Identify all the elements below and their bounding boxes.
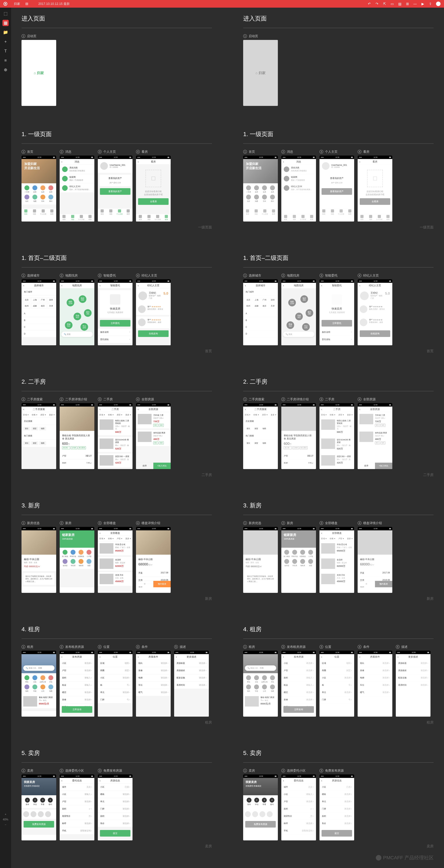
filter-item[interactable]: 价格 ▾	[106, 536, 115, 541]
form-row[interactable]: 朝向请选择 ›	[136, 660, 171, 667]
rent-category[interactable]: 月租	[269, 675, 276, 683]
form-row[interactable]: 称呼请选择 ›	[60, 820, 94, 827]
form-row[interactable]: 小区请选择 ›	[319, 674, 354, 682]
form-row[interactable]: 商圈国贸 ›	[319, 667, 354, 674]
search-tag[interactable]: 国贸	[253, 427, 260, 431]
menu-item[interactable]: 服务说明›	[98, 329, 133, 336]
filter-item[interactable]: 区域 ▾	[98, 412, 106, 417]
primary-button[interactable]: 立即委托	[100, 320, 130, 327]
tab-2[interactable]: 个人主页	[77, 214, 86, 221]
search-tag[interactable]: 朝阳	[39, 427, 46, 431]
form-row[interactable]: 房源描述请选择 ›	[396, 667, 431, 674]
tab-3[interactable]: 看房	[47, 209, 56, 216]
filter-item[interactable]: 房型 ▾	[337, 412, 345, 417]
grid-item[interactable]: 地图	[32, 195, 38, 203]
property-card[interactable]: 华润·昆仑域西城 · 广安门 · 在售95000万	[98, 541, 133, 555]
grid-item[interactable]: 租房	[39, 185, 46, 193]
filter-item[interactable]: 房型 ▾	[261, 412, 269, 417]
map-bubble[interactable]: 通州345	[84, 309, 92, 317]
form-row[interactable]: 户型请选择 ›	[60, 798, 94, 805]
search-tag[interactable]: 望京	[245, 441, 252, 445]
form-row[interactable]: 楼栋请选择 ›	[319, 791, 354, 798]
city-item[interactable]: 南京	[261, 304, 268, 309]
tab-1[interactable]: 消息	[145, 214, 153, 221]
rent-category[interactable]: 学校	[32, 684, 38, 692]
form-row[interactable]: 手机获取验证码 ›	[281, 827, 316, 835]
back-icon[interactable]: ‹	[245, 408, 246, 411]
search-tag[interactable]: 国贸	[31, 441, 38, 445]
cta-button[interactable]: 去看房	[360, 198, 390, 205]
phone-screen[interactable]: ●●●12:30▮▮整租出租 学院路四居室人宿舍 真实房源600万满五唯一近地铁…	[60, 403, 94, 469]
phone-screen[interactable]: ●●●12:30▮▮‹二手房区域 ▾价格 ▾房型 ▾更多 ▾朝阳公园南 三居室精…	[98, 403, 133, 469]
map-search[interactable]: 🔍 搜索	[61, 332, 93, 337]
msg-item[interactable]: 系统消息您的房源已审核通过	[281, 164, 316, 174]
property-card[interactable]: 整租·朝阳门两居75㎡ 南北8500元/月	[22, 694, 56, 708]
back-icon[interactable]: ‹	[321, 532, 322, 535]
view-assets-button[interactable]: 查看我的资产	[100, 188, 130, 195]
rent-category[interactable]: 品牌公寓	[39, 675, 46, 683]
filter-item[interactable]: 更多 ▾	[124, 412, 133, 417]
back-icon[interactable]: ‹	[360, 408, 360, 411]
form-row[interactable]: 楼层请选择 ›	[60, 689, 94, 696]
form-row[interactable]: 租金请输入 ›	[281, 682, 316, 689]
city-item[interactable]: 成都	[31, 304, 38, 309]
back-icon[interactable]: ‹	[100, 655, 100, 658]
tool-list-icon[interactable]: ≡	[2, 57, 9, 64]
rent-category[interactable]: 地铁	[24, 684, 30, 692]
tab-3[interactable]: 看房	[307, 214, 316, 221]
tab-3[interactable]: 看房	[162, 214, 171, 221]
tab-3[interactable]: 看房	[86, 214, 94, 221]
form-row[interactable]: 房源标题请选择 ›	[396, 660, 431, 667]
property-card[interactable]: 国贸CBD 一居室58㎡ · 1室1厅 · 东420万	[98, 454, 133, 467]
view-assets-button[interactable]: 查看我的资产	[321, 188, 352, 195]
tab-2[interactable]: 个人主页	[39, 209, 47, 216]
form-row[interactable]: 售价请选择 ›	[319, 820, 354, 827]
tab-1[interactable]: 消息	[252, 209, 261, 216]
form-row[interactable]: 车位请选择 ›	[357, 682, 392, 689]
fav-button[interactable]: ☆	[136, 581, 153, 587]
filter-item[interactable]: 价格 ▾	[30, 412, 39, 417]
phone-screen[interactable]: ●●●12:30▮▮链家新房100%真房源热门楼盘即将开盘优惠楼盘小户型改善型学…	[60, 527, 94, 593]
phone-screen[interactable]: ●●●12:30▮▮‹全部房源万科城 三居3室2厅 130㎡720万满五地铁保利…	[136, 403, 171, 469]
detail-image[interactable]	[281, 407, 316, 431]
phone-screen[interactable]: ●●●12:30▮▮UserName_001ID: 100086查看我的资产房产…	[98, 156, 133, 221]
minimize-icon[interactable]: —	[413, 2, 417, 6]
form-row[interactable]: 面积请输入 ›	[281, 674, 316, 682]
form-row[interactable]: 楼层请选择 ›	[281, 689, 316, 696]
agent-avatar-icon[interactable]	[260, 811, 265, 817]
layout-icon[interactable]: ⊞	[406, 2, 409, 6]
property-card[interactable]: 万科城 三居3室2厅 130㎡720万满五地铁	[136, 412, 171, 429]
hero-banner[interactable]: 加盟归家开启新生活	[243, 159, 278, 183]
primary-button[interactable]: 立即委托	[321, 320, 352, 327]
rent-category[interactable]: 地铁	[245, 684, 252, 692]
phone-screen[interactable]: ●●●12:30▮▮‹智能委托快速卖房七天成交 先卖后付立即委托服务说明›委托须…	[98, 279, 133, 345]
phone-screen[interactable]: ●●●12:30▮▮‹二手房搜索区域 ▾价格 ▾房型 ▾更多 ▾历史搜索望京国贸…	[22, 403, 56, 469]
rent-category[interactable]: 品牌公寓	[261, 675, 268, 683]
city-item[interactable]: 广州	[39, 298, 46, 302]
rent-category[interactable]: 地图	[269, 684, 276, 692]
map-bubble[interactable]: 海淀856	[300, 295, 308, 303]
form-row[interactable]: 租金请输入 ›	[60, 682, 94, 689]
form-row[interactable]: 暖气请选择 ›	[136, 689, 171, 696]
phone-screen[interactable]: ●●●12:30▮▮‹位置区域朝阳 ›商圈国贸 ›小区请选择 ›栋号 ›单元请选…	[319, 651, 354, 717]
publish-button[interactable]: 免费发布房源	[245, 821, 276, 828]
phone-screen[interactable]: ●●●12:30▮▮融创·中央公园68000元/㎡开盘2017.09交房2019…	[357, 527, 392, 593]
form-row[interactable]: 装修请选择 ›	[60, 696, 94, 704]
phone-screen[interactable]: ●●●12:30▮▮‹更多描述房源标题请选择 ›房源描述请选择 ›配套设施请选择…	[174, 651, 209, 717]
form-row[interactable]: 期望售价万 ›	[281, 813, 316, 820]
filter-item[interactable]: 更多 ▾	[269, 412, 278, 417]
category-item[interactable]: 即将开盘	[292, 550, 298, 558]
back-icon[interactable]: ‹	[100, 532, 100, 535]
map-bubble[interactable]: 丰台678	[302, 323, 310, 331]
phone-screen[interactable]: ●●●12:30▮▮‹看房☐您还没有看房行程去添加想看的房子吧去看房首页消息个人…	[136, 156, 171, 221]
user-avatar-icon[interactable]	[436, 2, 441, 6]
property-card[interactable]: 望京SOHO旁 两居室89㎡ · 2室1厅 · 南520万	[98, 437, 133, 452]
form-row[interactable]: 户型请选择 ›	[60, 667, 94, 674]
map-bubble[interactable]: 丰台678	[80, 323, 88, 331]
phone-screen[interactable]: ●●●12:30▮▮融创·中央公园朝阳 · 东坝 · 在售均价 68000元/㎡…	[22, 527, 56, 593]
search-tag[interactable]: 国贸	[31, 427, 38, 431]
city-item[interactable]: 天津	[47, 304, 55, 309]
category-item[interactable]: 即将开盘	[70, 550, 76, 558]
tab-3[interactable]: 看房	[384, 214, 392, 221]
property-card[interactable]: 龙湖·天街大兴 · 在售45000万	[98, 572, 133, 586]
